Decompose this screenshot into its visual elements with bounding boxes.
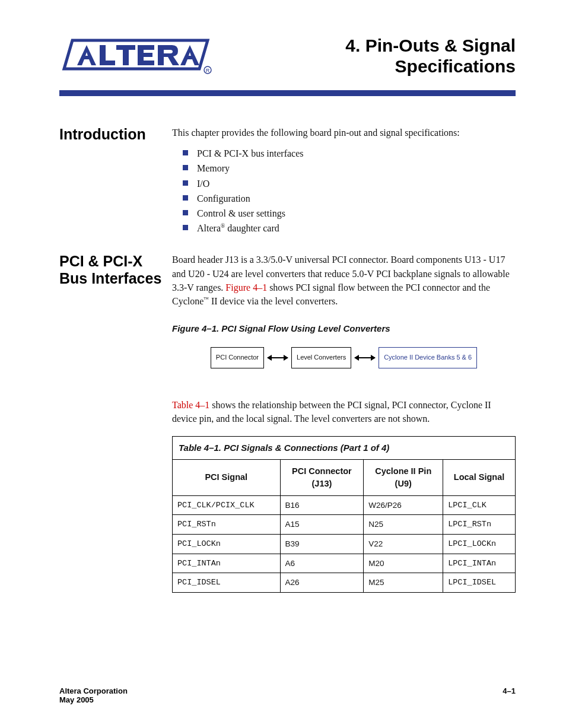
table-caption: Table 4–1. PCI Signals & Connections (Pa… <box>172 436 516 459</box>
flow-box-level-converters: Level Converters <box>291 347 351 368</box>
flow-box-pci-connector: PCI Connector <box>211 347 264 368</box>
section-heading-introduction: Introduction <box>59 126 172 143</box>
table-row: PCI_IDSEL A26 M25 LPCI_IDSEL <box>173 573 516 593</box>
table-row: PCI_RSTn A15 N25 LPCI_RSTn <box>173 515 516 535</box>
chapter-title: 4. Pin-Outs & Signal Specifications <box>345 36 516 77</box>
footer-company: Altera Corporation <box>59 686 128 695</box>
footer-date: May 2005 <box>59 695 94 704</box>
svg-text:R: R <box>206 68 210 74</box>
table-row: PCI_CLK/PCIX_CLK B16 W26/P26 LPCI_CLK <box>173 495 516 515</box>
figure-link[interactable]: Figure 4–1 <box>225 282 267 293</box>
table-row: PCI_LOCKn B39 V22 LPCI_LOCKn <box>173 535 516 554</box>
pci-paragraph-2: Table 4–1 shows the relationship between… <box>172 398 516 425</box>
footer-page-number: 4–1 <box>503 686 516 704</box>
intro-paragraph: This chapter provides the following boar… <box>172 126 516 139</box>
table-header: PCI Connector(J13) <box>280 459 364 495</box>
table-header: Cyclone II Pin(U9) <box>364 459 443 495</box>
chapter-title-line2: Specifications <box>395 56 516 76</box>
header-divider <box>59 90 516 96</box>
figure-caption: Figure 4–1. PCI Signal Flow Using Level … <box>172 322 516 335</box>
list-item: Control & user settings <box>186 206 516 220</box>
double-arrow-icon <box>268 357 288 358</box>
list-item: I/O <box>186 177 516 190</box>
pci-signals-table: Table 4–1. PCI Signals & Connections (Pa… <box>172 436 516 593</box>
flow-diagram: PCI Connector Level Converters Cyclone I… <box>172 347 516 368</box>
section-heading-pci: PCI & PCI-X Bus Interfaces <box>59 253 172 287</box>
chapter-title-line1: 4. Pin-Outs & Signal <box>345 36 516 55</box>
pci-paragraph-1: Board header J13 is a 3.3/5.0-V universa… <box>172 253 516 308</box>
list-item: PCI & PCI-X bus interfaces <box>186 147 516 160</box>
list-item: Altera® daughter card <box>186 221 516 235</box>
altera-logo: R <box>59 38 212 80</box>
table-row: PCI_INTAn A6 M20 LPCI_INTAn <box>173 554 516 573</box>
list-item: Configuration <box>186 192 516 205</box>
list-item: Memory <box>186 161 516 175</box>
footer-left: Altera Corporation May 2005 <box>59 686 128 704</box>
flow-box-cyclone-banks: Cyclone II Device Banks 5 & 6 <box>379 347 477 368</box>
table-link[interactable]: Table 4–1 <box>172 400 209 410</box>
double-arrow-icon <box>355 357 375 358</box>
table-header: Local Signal <box>443 459 516 495</box>
table-header: PCI Signal <box>173 459 281 495</box>
intro-bullet-list: PCI & PCI-X bus interfaces Memory I/O Co… <box>172 147 516 235</box>
